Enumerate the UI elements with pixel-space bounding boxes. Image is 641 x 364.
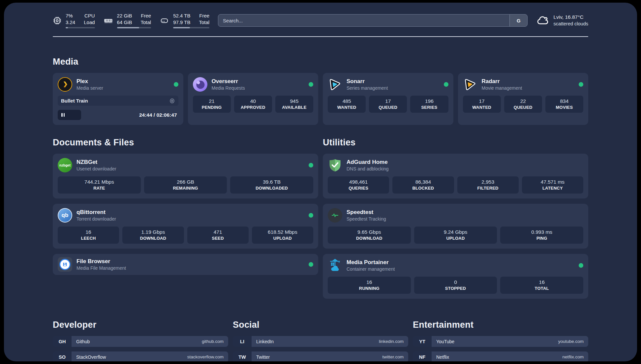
bookmark-abbr: LI — [233, 336, 252, 347]
disk-total-value: 97.9 TB — [173, 19, 190, 26]
adguard-shield-icon — [328, 158, 342, 172]
column-documents-files: Documents & Files nzbget NZBGet Usenet d… — [53, 137, 318, 299]
search-input[interactable] — [218, 15, 509, 26]
bookmark-abbr: SO — [53, 351, 72, 361]
app-card-nzbget[interactable]: nzbget NZBGet Usenet downloader 744.21 M… — [53, 154, 318, 198]
stat-queries: 498,461QUERIES — [328, 176, 389, 194]
stat-download: 1.19 GbpsDOWNLOAD — [122, 227, 184, 244]
app-card-plex[interactable]: Plex Media server Bullet Train — [53, 73, 183, 125]
now-playing-title: Bullet Train — [61, 98, 88, 104]
app-name: NZBGet — [76, 159, 116, 166]
stat-series: 196SERIES — [410, 96, 448, 113]
bookmark-youtube[interactable]: YT YouTubeyoutube.com — [413, 336, 588, 347]
qbittorrent-icon: qb — [58, 208, 72, 223]
bookmark-linkedin[interactable]: LI LinkedInlinkedin.com — [233, 336, 408, 347]
stat-available: 945AVAILABLE — [275, 96, 313, 113]
cpu-widget: 7% 3.24 CPU Load — [53, 13, 95, 28]
app-name: Speedtest — [347, 209, 386, 216]
ram-progress-bar — [117, 27, 151, 28]
stat-upload: 9.24 GbpsUPLOAD — [414, 227, 497, 244]
column-utilities: Utilities — [323, 137, 588, 299]
status-dot-online — [309, 213, 313, 218]
bookmark-name: LinkedIn — [256, 339, 274, 344]
stat-upload: 618.52 MbpsUPLOAD — [252, 227, 313, 244]
disk-free-value: 52.4 TB — [173, 13, 190, 19]
app-name: AdGuard Home — [347, 159, 389, 166]
stat-ping: 0.993 msPING — [500, 227, 583, 244]
stat-total: 16TOTAL — [500, 277, 583, 294]
app-description: Media server — [76, 85, 103, 91]
ram-total-label: Total — [140, 19, 151, 26]
status-dot-online — [309, 262, 313, 267]
disk-widget: 52.4 TB 97.9 TB Free Total — [160, 13, 209, 28]
cpu-load-value: 3.24 — [66, 19, 75, 26]
playback-time: 24:44 / 02:06:47 — [139, 112, 177, 118]
app-card-speedtest[interactable]: Speedtest Speedtest Tracking 9.65 GbpsDO… — [323, 204, 588, 249]
plex-playback-progress: 24:44 / 02:06:47 — [58, 110, 178, 120]
app-card-overseerr[interactable]: Overseerr Media Requests 21PENDING 40APP… — [188, 73, 319, 125]
bookmark-stackoverflow[interactable]: SO StackOverflowstackoverflow.com — [53, 351, 228, 361]
bookmark-url: netflix.com — [562, 354, 584, 359]
speedtest-icon — [328, 208, 342, 223]
bookmark-abbr: TW — [233, 351, 252, 361]
session-camera-icon — [169, 98, 175, 104]
app-card-qbittorrent[interactable]: qb qBittorrent Torrent downloader 16LEEC… — [53, 204, 318, 249]
app-name: File Browser — [76, 258, 126, 265]
status-dot-online — [444, 82, 448, 87]
hard-drive-icon — [160, 16, 169, 25]
stat-blocked: 86,384BLOCKED — [392, 176, 454, 194]
weather-condition: scattered clouds — [553, 21, 588, 27]
stat-seed: 471SEED — [187, 227, 249, 244]
app-description: Torrent downloader — [76, 216, 116, 222]
plex-icon — [58, 77, 72, 92]
section-title-documents: Documents & Files — [53, 137, 318, 148]
app-card-adguard[interactable]: AdGuard Home DNS and adblocking 498,461Q… — [323, 154, 588, 198]
bookmark-name: Netflix — [436, 354, 449, 360]
bookmark-url: stackoverflow.com — [187, 354, 224, 359]
stat-wanted: 485WANTED — [328, 96, 366, 113]
app-card-portainer[interactable]: Media Portainer Container management 16R… — [323, 254, 588, 299]
ram-widget: 22 GiB 64 GiB Free Total — [104, 13, 151, 28]
filebrowser-icon — [58, 257, 72, 272]
stat-remaining: 266 GBREMAINING — [144, 176, 227, 194]
app-name: Radarr — [482, 78, 522, 85]
top-bar: 7% 3.24 CPU Load — [53, 13, 588, 28]
app-description: DNS and adblocking — [347, 166, 389, 171]
bookmark-name: StackOverflow — [76, 354, 106, 360]
bookmark-name: YouTube — [436, 339, 454, 344]
app-name: Sonarr — [347, 78, 388, 85]
app-card-radarr[interactable]: Radarr Movie management 17WANTED 22QUEUE… — [458, 73, 589, 125]
cpu-progress-bar — [66, 27, 95, 28]
status-dot-online — [309, 163, 313, 167]
dashboard-screen: 7% 3.24 CPU Load — [4, 3, 637, 361]
search-bar: G — [218, 14, 528, 27]
plex-now-playing-row: Bullet Train — [58, 96, 178, 106]
stat-latency: 47.571 msLATENCY — [522, 176, 583, 194]
search-engine-button[interactable]: G — [509, 15, 527, 26]
bookmark-netflix[interactable]: NF Netflixnetflix.com — [413, 351, 588, 361]
app-description: Media Requests — [212, 85, 245, 91]
app-card-filebrowser[interactable]: File Browser Media File Management — [53, 254, 318, 275]
cpu-label: CPU — [84, 13, 95, 19]
bookmark-abbr: GH — [53, 336, 72, 347]
app-card-sonarr[interactable]: Sonarr Series management 485WANTED 17QUE… — [323, 73, 453, 125]
header-divider — [53, 36, 588, 37]
stat-download: 9.65 GbpsDOWNLOAD — [328, 227, 411, 244]
stat-leech: 16LEECH — [58, 227, 119, 244]
bookmark-github[interactable]: GH Githubgithub.com — [53, 336, 228, 347]
status-dot-online — [174, 82, 178, 87]
disk-progress-bar — [173, 27, 209, 28]
bookmark-column-entertainment: Entertainment YT YouTubeyoutube.com NF N… — [413, 320, 588, 361]
bookmark-name: Github — [76, 339, 90, 344]
app-name: Plex — [76, 78, 103, 85]
bookmark-twitter[interactable]: TW Twittertwitter.com — [233, 351, 408, 361]
stat-pending: 21PENDING — [193, 96, 231, 113]
stat-rate: 744.21 MbpsRATE — [58, 176, 141, 194]
disk-total-label: Total — [199, 19, 209, 26]
app-description: Media File Management — [76, 265, 126, 271]
cloud-icon — [536, 14, 549, 27]
ram-total-value: 64 GiB — [117, 19, 132, 26]
cpu-load-label: Load — [84, 19, 95, 26]
bookmark-url: twitter.com — [382, 354, 404, 359]
status-dot-online — [309, 82, 313, 87]
